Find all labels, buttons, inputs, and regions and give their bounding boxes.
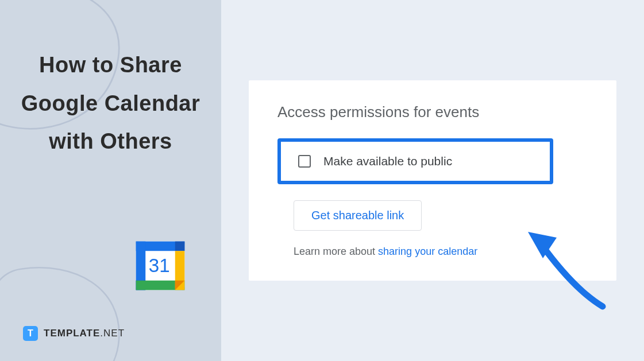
- make-public-label: Make available to public: [323, 154, 452, 168]
- right-panel: Access permissions for events Make avail…: [221, 0, 644, 361]
- settings-card: Access permissions for events Make avail…: [249, 80, 616, 281]
- tutorial-title: How to Share Google Calendar with Others: [17, 46, 204, 161]
- brand-icon: T: [23, 326, 38, 341]
- brand-text: TEMPLATE.NET: [44, 328, 125, 339]
- learn-more-text: Learn more about sharing your calendar: [294, 246, 605, 258]
- google-calendar-icon: 31: [134, 239, 187, 292]
- get-shareable-link-button[interactable]: Get shareable link: [294, 200, 422, 231]
- make-public-checkbox[interactable]: [298, 155, 311, 168]
- annotation-arrow-icon: [522, 220, 620, 318]
- left-panel: How to Share Google Calendar with Others…: [0, 0, 221, 361]
- decorative-blob-bottom: [0, 258, 126, 361]
- sharing-calendar-link[interactable]: sharing your calendar: [378, 246, 477, 257]
- make-public-row-highlight: Make available to public: [277, 138, 553, 184]
- svg-rect-2: [175, 242, 185, 251]
- svg-text:31: 31: [149, 255, 170, 276]
- brand-logo: T TEMPLATE.NET: [23, 326, 125, 341]
- section-title: Access permissions for events: [277, 103, 605, 121]
